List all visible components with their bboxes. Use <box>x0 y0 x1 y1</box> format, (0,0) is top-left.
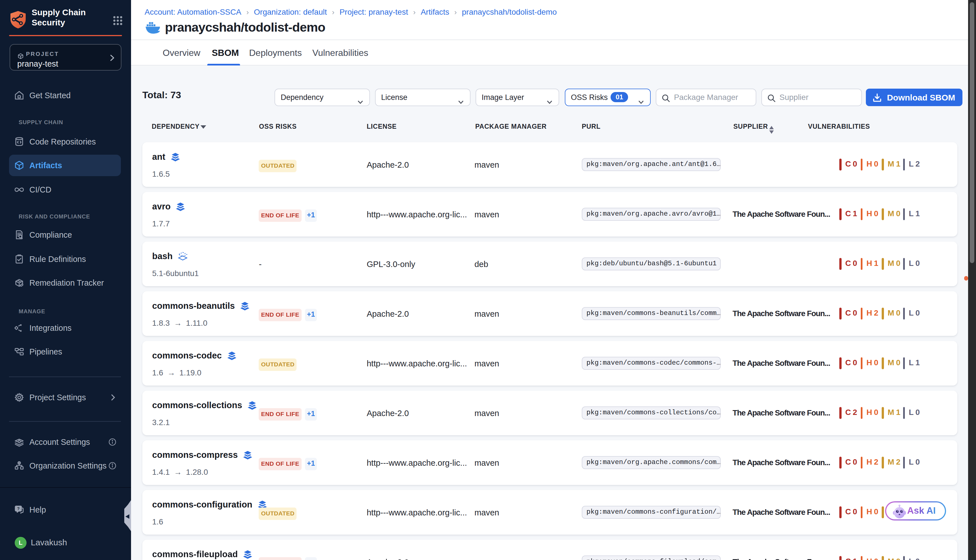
svg-text:?: ? <box>17 506 19 511</box>
